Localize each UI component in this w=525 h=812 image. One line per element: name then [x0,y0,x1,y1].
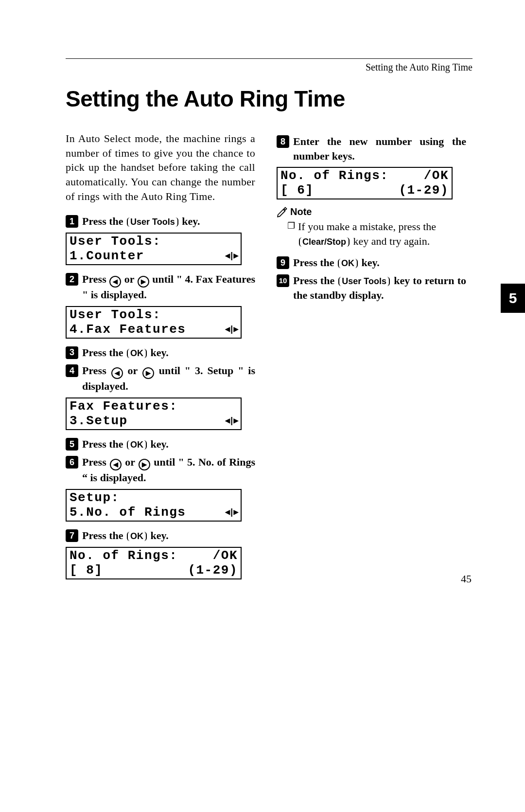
running-header: Setting the Auto Ring Time [66,62,472,73]
arrow-left-icon [111,367,123,379]
step-number-icon: 8 [277,135,289,148]
clear-stop-key: Clear/Stop [299,237,350,247]
lcd-line: Fax Features: [70,399,177,414]
arrow-left-icon [110,459,122,470]
step-3: 3 Press the OK key. [66,345,255,360]
page-number: 45 [461,573,472,585]
ok-key: OK [127,440,147,450]
step-text: or [123,364,142,377]
step-text: or [122,273,137,285]
arrow-right-icon [142,367,154,379]
step-text: Press the [82,346,126,359]
step-number-icon: 9 [277,256,289,269]
lcd-line: /OK [424,168,449,183]
step-number-icon: 1 [66,215,78,228]
arrow-right-icon [138,276,149,288]
step-text: Press the [293,274,337,287]
ok-key: OK [127,532,147,541]
lcd-line: 3.Setup [70,414,128,428]
step-text: Press the [82,215,126,227]
intro-paragraph: In Auto Select mode, the machine rings a… [66,131,255,203]
step-text: Press [82,456,109,468]
lcd-line: User Tools: [70,234,161,249]
step-4: 4 Press or until " 3. Setup " is display… [66,363,255,393]
lcd-nav-icon: ◀|▶ [225,414,238,428]
note-text: key and try again. [350,235,430,247]
lcd-display-1: User Tools: 1.Counter◀|▶ [66,233,242,265]
step-number-icon: 2 [66,273,78,286]
step-text: Enter the new number using the number ke… [293,135,466,162]
step-number-icon: 5 [66,438,78,451]
lcd-line: [ 8] [70,563,103,577]
header-divider [66,58,472,59]
ok-key: OK [127,349,147,358]
manual-page: Setting the Auto Ring Time Setting the A… [0,0,525,615]
arrow-right-icon [139,459,150,470]
lcd-display-5: No. of Rings:/OK [ 8](1-29) [66,547,242,579]
lcd-display-2: User Tools: 4.Fax Features◀|▶ [66,306,242,339]
lcd-display-4: Setup: 5.No. of Rings◀|▶ [66,489,242,522]
lcd-nav-icon: ◀|▶ [225,505,238,520]
step-number-icon: 4 [66,364,78,377]
step-text: key. [148,529,169,541]
step-text: Press the [82,438,126,450]
step-10: 10 Press the User Tools key to return to… [277,273,466,302]
lcd-line: [ 6] [280,183,314,198]
lcd-nav-icon: ◀|▶ [225,249,238,263]
step-text: or [122,456,138,468]
page-title: Setting the Auto Ring Time [66,86,472,112]
lcd-line: (1-29) [399,183,449,198]
step-number-icon: 6 [66,456,78,469]
running-title: Setting the Auto Ring Time [366,62,472,73]
lcd-line: (1-29) [188,563,238,577]
step-text: key. [179,215,200,227]
arrow-left-icon [109,276,121,288]
left-column: In Auto Select mode, the machine rings a… [66,131,255,586]
lcd-display-6: No. of Rings:/OK [ 6](1-29) [277,167,453,199]
user-tools-key: User Tools [127,217,178,227]
step-number-icon: 3 [66,346,78,359]
lcd-line: Setup: [70,490,120,505]
step-text: key. [148,346,169,359]
step-9: 9 Press the OK key. [277,255,466,270]
lcd-line: No. of Rings: [280,168,388,183]
pencil-icon [277,207,287,217]
step-7: 7 Press the OK key. [66,528,255,543]
note-heading: Note [277,206,466,217]
step-8: 8 Enter the new number using the number … [277,134,466,163]
lcd-line: 1.Counter [70,249,144,263]
step-text: key. [148,438,169,450]
user-tools-key: User Tools [338,277,390,286]
step-2: 2 Press or until " 4. Fax Features " is … [66,272,255,302]
lcd-display-3: Fax Features: 3.Setup◀|▶ [66,397,242,430]
step-6: 6 Press or until " 5. No. of Rings “ is … [66,455,255,485]
note-text: If you make a mistake, press the [298,220,436,233]
step-5: 5 Press the OK key. [66,437,255,451]
step-text: Press [82,364,111,377]
step-text: Press the [293,256,337,269]
step-number-icon: 10 [277,274,289,287]
step-text: Press [82,273,109,285]
step-number-icon: 7 [66,529,78,542]
right-column: 8 Enter the new number using the number … [277,131,466,586]
step-text: Press the [82,529,126,541]
note-list: If you make a mistake, press the Clear/S… [277,219,466,248]
lcd-line: 5.No. of Rings [70,505,186,520]
note-item: If you make a mistake, press the Clear/S… [287,219,466,248]
note-label: Note [290,206,312,217]
step-text: key. [359,256,380,269]
lcd-line: User Tools: [70,307,161,322]
lcd-nav-icon: ◀|▶ [225,322,238,337]
ok-key: OK [338,259,358,268]
lcd-line: /OK [213,548,238,563]
chapter-tab: 5 [501,284,525,313]
lcd-line: 4.Fax Features [70,322,186,337]
lcd-line: No. of Rings: [70,548,177,563]
step-1: 1 Press the User Tools key. [66,214,255,229]
